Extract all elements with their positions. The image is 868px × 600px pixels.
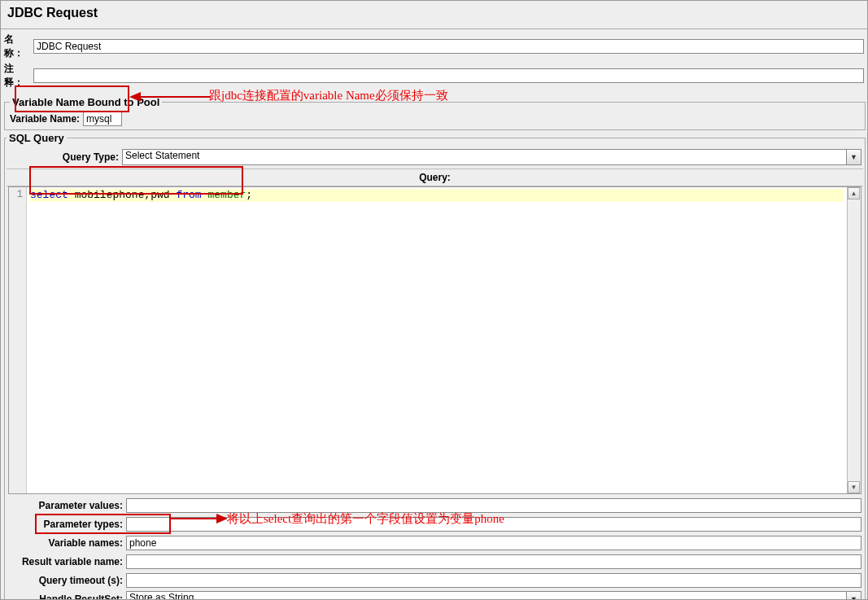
page-title: JDBC Request [1, 1, 867, 29]
query-header: Query: [7, 169, 863, 186]
param-values-input[interactable] [126, 498, 861, 513]
query-type-select[interactable]: Select Statement ▼ [122, 149, 861, 165]
handle-resultset-select[interactable]: Store as String ▼ [126, 591, 861, 601]
keyword-select: select [30, 189, 68, 201]
sql-query-fieldset: SQL Query Query Type: Select Statement ▼… [4, 132, 866, 600]
variable-names-label: Variable names: [8, 537, 126, 549]
result-variable-label: Result variable name: [8, 556, 126, 567]
scroll-up-icon[interactable]: ▲ [848, 187, 860, 199]
vertical-scrollbar[interactable]: ▲ ▼ [847, 187, 861, 493]
variable-name-input[interactable] [83, 112, 122, 126]
pool-legend: Variable Name Bound to Pool [10, 96, 162, 108]
code-table: member [208, 189, 246, 201]
name-input[interactable] [33, 39, 864, 54]
param-types-label: Parameter types: [8, 519, 126, 530]
handle-resultset-label: Handle ResultSet: [8, 593, 126, 601]
handle-resultset-value: Store as String [129, 592, 194, 601]
annotation-text: 跟jdbc连接配置的variable Name必须保持一致 [209, 88, 448, 103]
chevron-down-icon[interactable]: ▼ [846, 592, 861, 601]
variable-names-input[interactable] [126, 536, 861, 550]
code-columns: mobilephone,pwd [75, 189, 170, 201]
query-timeout-label: Query timeout (s): [8, 575, 126, 586]
param-values-label: Parameter values: [8, 500, 126, 511]
keyword-from: from [176, 189, 201, 201]
query-type-value: Select Statement [125, 150, 199, 161]
sql-editor[interactable]: 1 select mobilephone,pwd from member; ▲ … [8, 186, 861, 494]
chevron-down-icon[interactable]: ▼ [846, 150, 861, 164]
code-line: select mobilephone,pwd from member; [30, 189, 844, 202]
name-label: 名称： [4, 33, 33, 60]
query-timeout-input[interactable] [126, 573, 861, 588]
variable-name-label: Variable Name: [10, 113, 83, 125]
comment-label: 注释： [4, 62, 33, 90]
basic-fields: 名称： 注释： [1, 29, 867, 93]
result-variable-input[interactable] [126, 554, 861, 569]
line-number: 1 [9, 189, 23, 200]
annotation-text: 将以上select查询出的第一个字段值设置为变量phone [227, 511, 504, 527]
comment-input[interactable] [33, 68, 864, 83]
sql-query-legend: SQL Query [7, 132, 67, 144]
line-gutter: 1 [9, 187, 27, 493]
code-area[interactable]: select mobilephone,pwd from member; [27, 187, 847, 493]
query-type-label: Query Type: [8, 151, 122, 163]
scroll-down-icon[interactable]: ▼ [848, 481, 860, 493]
code-semi: ; [246, 189, 252, 201]
